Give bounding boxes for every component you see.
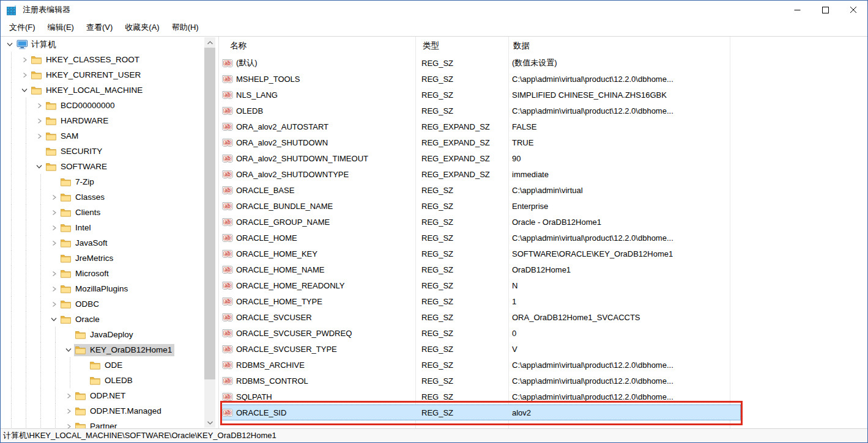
registry-value-row-oracle-home-readonly[interactable]: abORACLE_HOME_READONLYREG_SZN (220, 277, 741, 293)
tree-item-jremetrics[interactable]: JreMetrics (1, 251, 201, 266)
menu-item-help[interactable]: 帮助(H) (166, 20, 205, 35)
registry-value-row-sqlpath[interactable]: abSQLPATHREG_SZC:\app\admin\virtual\prod… (220, 389, 741, 405)
registry-value-row-oracle-bundle-name[interactable]: abORACLE_BUNDLE_NAMEREG_SZEnterprise (220, 198, 741, 214)
tree-node[interactable]: Oracle (59, 313, 102, 326)
chevron-right-icon[interactable] (19, 67, 30, 82)
tree-node[interactable]: SOFTWARE (45, 161, 109, 173)
tree-item-partner[interactable]: Partner (1, 419, 201, 428)
registry-value-row-ora-alov2-shutdowntype[interactable]: abORA_alov2_SHUTDOWNTYPEREG_EXPAND_SZimm… (220, 166, 741, 182)
registry-value-row-ora-alov2-shutdown-timeout[interactable]: abORA_alov2_SHUTDOWN_TIMEOUTREG_EXPAND_S… (220, 150, 741, 166)
tree-node[interactable]: HARDWARE (45, 115, 111, 127)
column-header-data[interactable]: 数据 (508, 40, 730, 51)
tree-item-software[interactable]: SOFTWARE (1, 159, 201, 174)
tree-item-7-zip[interactable]: 7-Zip (1, 174, 201, 189)
menu-item-favorites[interactable]: 收藏夹(A) (119, 20, 165, 35)
tree-node[interactable]: HKEY_CURRENT_USER (30, 69, 143, 81)
tree-node[interactable]: 计算机 (15, 38, 59, 51)
tree-item-intel[interactable]: Intel (1, 220, 201, 235)
tree-item-ode[interactable]: ODE (1, 357, 201, 373)
tree-vertical-scrollbar[interactable] (204, 37, 215, 428)
registry-value-row-rdbms-control[interactable]: abRDBMS_CONTROLREG_SZC:\app\admin\virtua… (220, 373, 741, 389)
registry-value-row-oracle-group-name[interactable]: abORACLE_GROUP_NAMEREG_SZOracle - OraDB1… (220, 214, 741, 230)
chevron-right-icon[interactable] (63, 388, 74, 403)
registry-value-row-oracle-svcuser[interactable]: abORACLE_SVCUSERREG_SZORA_OraDB12Home1_S… (220, 309, 741, 325)
chevron-down-icon[interactable] (34, 159, 45, 174)
registry-value-row-oracle-svcuser-type[interactable]: abORACLE_SVCUSER_TYPEREG_SZV (220, 341, 741, 357)
maximize-button[interactable] (811, 1, 839, 19)
chevron-right-icon[interactable] (63, 403, 74, 419)
tree-item-classes[interactable]: Classes (1, 189, 201, 205)
chevron-right-icon[interactable] (48, 205, 59, 220)
tree-selected-node[interactable]: KEY_OraDB12Home1 (74, 344, 174, 356)
menu-item-file[interactable]: 文件(F) (3, 20, 42, 35)
registry-value-row-nls-lang[interactable]: abNLS_LANGREG_SZSIMPLIFIED CHINESE_CHINA… (220, 87, 741, 103)
tree-node[interactable]: ODE (89, 359, 125, 372)
tree-node[interactable]: MozillaPlugins (59, 283, 130, 295)
tree-item-clients[interactable]: Clients (1, 205, 201, 220)
column-header-type[interactable]: 类型 (415, 40, 508, 51)
chevron-right-icon[interactable] (48, 266, 59, 281)
chevron-down-icon[interactable] (19, 82, 30, 98)
tree-node[interactable]: SECURITY (45, 145, 105, 158)
column-header-name[interactable]: 名称 (219, 40, 415, 51)
close-button[interactable] (839, 1, 867, 19)
chevron-right-icon[interactable] (48, 189, 59, 205)
tree-item-oledb[interactable]: OLEDB (1, 373, 201, 388)
tree-item-mozillaplugins[interactable]: MozillaPlugins (1, 281, 201, 296)
tree-node[interactable]: HKEY_LOCAL_MACHINE (30, 84, 145, 97)
tree-node[interactable]: 7-Zip (59, 176, 97, 188)
chevron-right-icon[interactable] (19, 52, 30, 67)
tree-node[interactable]: OLEDB (89, 375, 135, 387)
tree-item-javasoft[interactable]: JavaSoft (1, 235, 201, 251)
chevron-right-icon[interactable] (48, 296, 59, 312)
tree-node[interactable]: Clients (59, 207, 103, 219)
tree-item-javadeploy[interactable]: JavaDeploy (1, 327, 201, 342)
chevron-right-icon[interactable] (34, 98, 45, 113)
tree-node[interactable]: ODBC (59, 298, 102, 310)
registry-value-row-oracle-home[interactable]: abORACLE_HOMEREG_SZC:\app\admin\virtual\… (220, 230, 741, 246)
chevron-right-icon[interactable] (48, 281, 59, 296)
tree-item-odp-net[interactable]: ODP.NET (1, 388, 201, 403)
minimize-button[interactable] (783, 1, 811, 19)
menu-item-edit[interactable]: 编辑(E) (42, 20, 80, 35)
chevron-right-icon[interactable] (34, 113, 45, 128)
tree-node[interactable]: ODP.NET (74, 390, 128, 402)
scroll-down-button[interactable] (204, 417, 215, 428)
tree-node[interactable]: JavaDeploy (74, 329, 136, 341)
chevron-right-icon[interactable] (48, 220, 59, 235)
tree-item-microsoft[interactable]: Microsoft (1, 266, 201, 281)
tree-node[interactable]: Classes (59, 191, 107, 203)
tree-node[interactable]: HKEY_CLASSES_ROOT (30, 54, 142, 66)
tree-item-hkey-current-user[interactable]: HKEY_CURRENT_USER (1, 67, 201, 82)
registry-value-row-oracle-home-key[interactable]: abORACLE_HOME_KEYREG_SZSOFTWARE\ORACLE\K… (220, 246, 741, 262)
registry-value-row-oracle-home-name[interactable]: abORACLE_HOME_NAMEREG_SZOraDB12Home1 (220, 262, 741, 277)
tree-item-odp-net-managed[interactable]: ODP.NET.Managed (1, 403, 201, 419)
registry-value-row-mshelp-tools[interactable]: abMSHELP_TOOLSREG_SZC:\app\admin\virtual… (220, 71, 741, 87)
tree-node[interactable]: SAM (45, 130, 81, 142)
tree-item-hkey-local-machine[interactable]: HKEY_LOCAL_MACHINE (1, 82, 201, 98)
scroll-up-button[interactable] (204, 37, 215, 48)
tree-item-odbc[interactable]: ODBC (1, 296, 201, 312)
tree-node[interactable]: Partner (74, 420, 119, 429)
registry-value-row-oledb[interactable]: abOLEDBREG_SZC:\app\admin\virtual\produc… (220, 103, 741, 119)
registry-value-row-rdbms-archive[interactable]: abRDBMS_ARCHIVEREG_SZC:\app\admin\virtua… (220, 357, 741, 373)
registry-value-row-oracle-svcuser-pwdreq[interactable]: abORACLE_SVCUSER_PWDREQREG_SZ0 (220, 325, 741, 341)
tree-item-sam[interactable]: SAM (1, 128, 201, 144)
scrollbar-thumb[interactable] (204, 48, 215, 379)
registry-value-row-ora-alov2-autostart[interactable]: abORA_alov2_AUTOSTARTREG_EXPAND_SZFALSE (220, 119, 741, 134)
registry-value-row-oracle-sid[interactable]: abORACLE_SIDREG_SZalov2 (220, 405, 741, 420)
chevron-down-icon[interactable] (48, 312, 59, 327)
chevron-down-icon[interactable] (4, 37, 15, 52)
chevron-right-icon[interactable] (34, 128, 45, 144)
tree-item-key-oradb12home1[interactable]: KEY_OraDB12Home1 (1, 342, 201, 357)
tree-item-security[interactable]: SECURITY (1, 144, 201, 159)
tree-item-bcd00000000[interactable]: BCD00000000 (1, 98, 201, 113)
tree-item-计算机[interactable]: 计算机 (1, 37, 201, 52)
tree-node[interactable]: ODP.NET.Managed (74, 405, 164, 417)
tree-node[interactable]: BCD00000000 (45, 100, 117, 112)
menu-item-view[interactable]: 查看(V) (80, 20, 119, 35)
registry-value-row-ora-alov2-shutdown[interactable]: abORA_alov2_SHUTDOWNREG_EXPAND_SZTRUE (220, 134, 741, 150)
registry-value-row-oracle-base[interactable]: abORACLE_BASEREG_SZC:\app\admin\virtual (220, 182, 741, 198)
registry-value-row-默认[interactable]: ab(默认)REG_SZ(数值未设置) (220, 55, 741, 71)
tree-node[interactable]: Intel (59, 222, 94, 234)
